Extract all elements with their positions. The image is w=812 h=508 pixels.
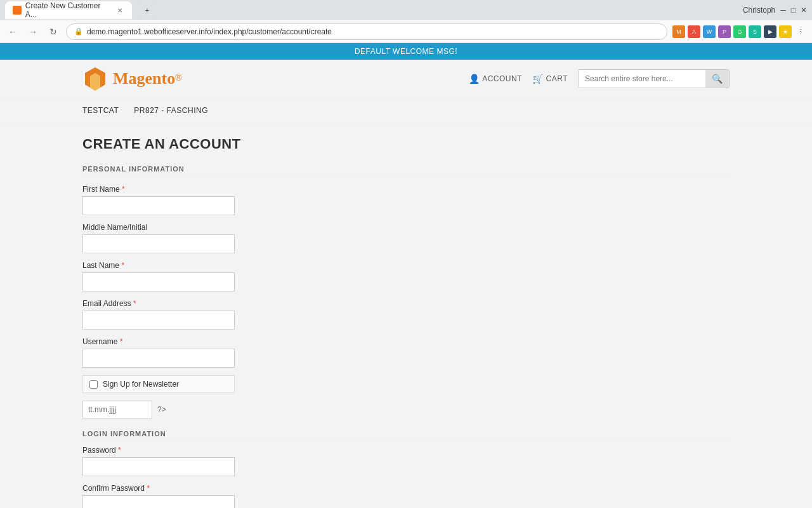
username-label: Username * (82, 337, 730, 346)
last-name-input[interactable] (82, 272, 235, 291)
address-bar[interactable]: 🔒 demo.magento1.webofficeserver.info/ind… (66, 23, 667, 40)
dob-input[interactable] (82, 401, 152, 418)
email-group: Email Address * (82, 299, 730, 330)
ext-icon-2[interactable]: A (688, 25, 700, 38)
required-star: * (121, 261, 124, 270)
last-name-label: Last Name * (82, 261, 730, 270)
username-input[interactable] (82, 349, 235, 368)
maximize-button[interactable]: □ (791, 6, 796, 15)
user-name: Christoph (743, 6, 775, 15)
ext-icon-1[interactable]: M (672, 25, 685, 38)
password-group: Password * (82, 446, 730, 476)
middle-name-label: Middle Name/Initial (82, 223, 730, 232)
middle-name-group: Middle Name/Initial (82, 223, 730, 253)
newsletter-label[interactable]: Sign Up for Newsletter (103, 380, 179, 389)
ext-icon-5[interactable]: G (733, 25, 746, 38)
required-star: * (118, 446, 121, 455)
middle-name-input[interactable] (82, 234, 235, 253)
login-section-title: LOGIN INFORMATION (82, 430, 730, 441)
logo-area[interactable]: Magento® (82, 66, 182, 91)
close-button[interactable]: ✕ (801, 6, 807, 15)
account-label: ACCOUNT (482, 74, 522, 83)
browser-navbar: ← → ↻ 🔒 demo.magento1.webofficeserver.in… (0, 20, 812, 43)
reload-button[interactable]: ↻ (46, 24, 61, 39)
welcome-text: DEFAULT WELCOME MSG! (355, 47, 457, 56)
first-name-label: First Name * (82, 185, 730, 194)
welcome-bar: DEFAULT WELCOME MSG! (0, 43, 812, 60)
required-star: * (120, 337, 123, 346)
svg-marker-1 (90, 73, 100, 91)
nav-item-fasching[interactable]: PR827 - FASCHING (134, 104, 208, 117)
last-name-group: Last Name * (82, 261, 730, 291)
cart-link[interactable]: 🛒 CART (532, 74, 568, 84)
search-bar: 🔍 (578, 69, 730, 88)
new-tab-button[interactable]: + (137, 3, 157, 18)
account-icon: 👤 (469, 74, 480, 84)
dob-help: ?> (157, 405, 166, 414)
username-group: Username * (82, 337, 730, 368)
browser-tab[interactable]: Create New Customer A... ✕ (5, 1, 132, 19)
extension-icons: M A W P G S ▶ ★ ⋮ (672, 25, 807, 38)
page-wrapper: DEFAULT WELCOME MSG! Magento® 👤 ACCOUNT (0, 43, 812, 508)
site-header: Magento® 👤 ACCOUNT 🛒 CART 🔍 (0, 60, 812, 98)
first-name-group: First Name * (82, 185, 730, 215)
email-label: Email Address * (82, 299, 730, 308)
forward-button[interactable]: → (25, 24, 41, 39)
confirm-password-label: Confirm Password * (82, 484, 730, 493)
ext-icon-7[interactable]: ▶ (764, 25, 776, 38)
account-link[interactable]: 👤 ACCOUNT (469, 74, 522, 84)
site-nav: TESTCAT PR827 - FASCHING (0, 98, 812, 123)
favicon-icon (13, 6, 22, 15)
required-star: * (133, 299, 136, 308)
cart-label: CART (546, 74, 568, 83)
magento-logo-icon (82, 66, 108, 91)
main-content: CREATE AN ACCOUNT PERSONAL INFORMATION F… (0, 123, 812, 508)
required-star: * (122, 185, 125, 194)
ext-icon-3[interactable]: W (703, 25, 716, 38)
confirm-password-input[interactable] (82, 495, 235, 508)
url-text: demo.magento1.webofficeserver.info/index… (87, 27, 332, 36)
personal-section-title: PERSONAL INFORMATION (82, 165, 730, 176)
search-button[interactable]: 🔍 (705, 70, 729, 88)
newsletter-row: Sign Up for Newsletter (82, 375, 235, 393)
minimize-button[interactable]: ─ (780, 6, 786, 15)
menu-button[interactable]: ⋮ (794, 25, 807, 38)
newsletter-checkbox[interactable] (89, 380, 98, 389)
logo-text: Magento® (113, 69, 182, 88)
password-label: Password * (82, 446, 730, 455)
ext-icon-8[interactable]: ★ (779, 25, 792, 38)
search-input[interactable] (579, 70, 705, 87)
tab-title: Create New Customer A... (25, 1, 112, 19)
ext-icon-6[interactable]: S (749, 25, 761, 38)
email-input[interactable] (82, 311, 235, 330)
tab-close-button[interactable]: ✕ (115, 6, 124, 15)
back-button[interactable]: ← (5, 24, 20, 39)
page-title: CREATE AN ACCOUNT (82, 136, 730, 152)
browser-titlebar: Create New Customer A... ✕ + Christoph ─… (0, 0, 812, 20)
required-star: * (147, 484, 150, 493)
confirm-password-group: Confirm Password * (82, 484, 730, 508)
dob-row: ?> (82, 401, 730, 418)
lock-icon: 🔒 (74, 27, 83, 36)
ext-icon-4[interactable]: P (718, 25, 731, 38)
cart-icon: 🛒 (532, 74, 544, 84)
browser-controls: Christoph ─ □ ✕ (743, 6, 807, 15)
nav-item-testcat[interactable]: TESTCAT (82, 104, 119, 117)
first-name-input[interactable] (82, 196, 235, 215)
header-right: 👤 ACCOUNT 🛒 CART 🔍 (469, 69, 730, 88)
password-input[interactable] (82, 457, 235, 476)
